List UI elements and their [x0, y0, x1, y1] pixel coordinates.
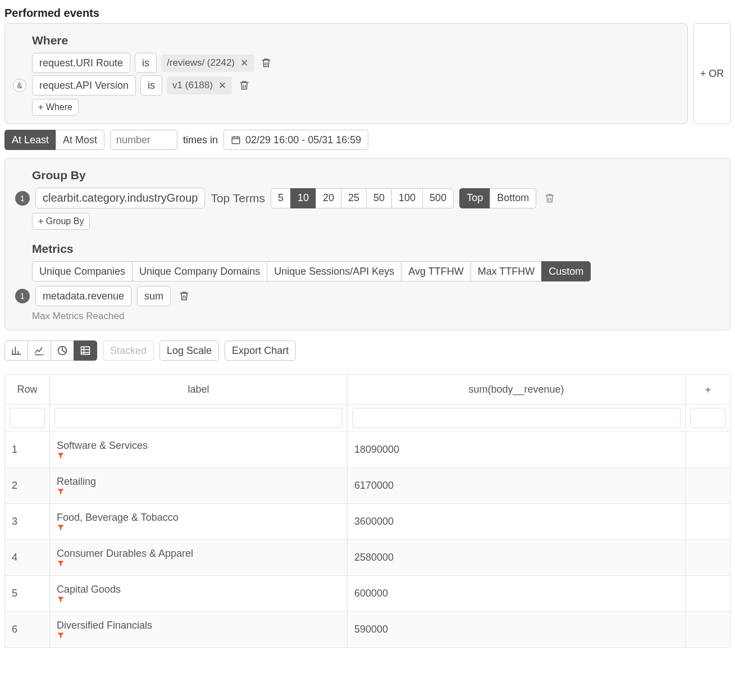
trash-icon[interactable]: [236, 78, 252, 93]
svg-rect-0: [232, 137, 240, 144]
metric-field[interactable]: metadata.revenue: [35, 286, 131, 306]
row-label[interactable]: Software & Services: [50, 432, 348, 468]
metric-option-button[interactable]: Unique Companies: [32, 261, 133, 281]
col-label[interactable]: label: [50, 375, 348, 404]
top-bottom-toggle: Top Bottom: [459, 188, 536, 208]
top-button[interactable]: Top: [459, 188, 490, 208]
table-row: 6Diversified Financials 590000: [5, 612, 731, 648]
filter-icon[interactable]: [57, 596, 340, 603]
and-badge[interactable]: &: [13, 79, 26, 92]
add-where-button[interactable]: + Where: [32, 99, 79, 116]
row-value: 590000: [348, 612, 686, 648]
where-chip-label-0: /reviews/ (2242): [167, 57, 235, 69]
size-50-button[interactable]: 50: [366, 188, 392, 208]
row-value: 18090000: [348, 432, 686, 468]
where-field-0[interactable]: request.URI Route: [32, 53, 130, 73]
date-range-text: 02/29 16:00 - 05/31 16:59: [245, 134, 361, 146]
bar-chart-icon[interactable]: [4, 340, 28, 361]
row-value: 6170000: [348, 468, 686, 504]
row-value: 2580000: [348, 540, 686, 576]
filter-icon[interactable]: [57, 631, 340, 639]
metric-option-button[interactable]: Max TTFHW: [471, 261, 542, 281]
row-label[interactable]: Diversified Financials: [50, 612, 348, 648]
filter-extra-input[interactable]: [690, 408, 725, 428]
metrics-heading: Metrics: [32, 242, 720, 256]
where-row-1: request.API Version is v1 (6188) ✕: [32, 75, 677, 96]
col-row[interactable]: Row: [5, 375, 50, 404]
results-table: Row label sum(body__revenue) ＋ 1Software…: [4, 374, 731, 648]
add-column-button[interactable]: ＋: [686, 375, 731, 404]
filter-value-input[interactable]: [352, 408, 681, 428]
metrics-note: Max Metrics Reached: [32, 311, 720, 322]
where-chip-1[interactable]: v1 (6188) ✕: [167, 77, 232, 94]
row-value: 3600000: [348, 504, 686, 540]
metric-index-badge: 1: [15, 289, 30, 303]
where-op-1[interactable]: is: [140, 75, 162, 96]
table-row: 4Consumer Durables & Apparel 2580000: [5, 540, 731, 576]
filter-icon[interactable]: [57, 488, 340, 496]
table-row: 2Retailing 6170000: [5, 468, 731, 504]
trash-icon[interactable]: [542, 190, 558, 206]
row-number: 4: [5, 540, 50, 576]
size-25-button[interactable]: 25: [341, 188, 367, 208]
page-title: Performed events: [4, 7, 731, 20]
size-500-button[interactable]: 500: [422, 188, 454, 208]
top-terms-label: Top Terms: [211, 192, 264, 205]
trash-icon[interactable]: [176, 288, 192, 304]
at-least-button[interactable]: At Least: [4, 130, 56, 150]
row-extra: [686, 432, 731, 468]
filter-label-input[interactable]: [54, 408, 343, 428]
row-label[interactable]: Consumer Durables & Apparel: [50, 540, 348, 576]
row-label[interactable]: Food, Beverage & Tobacco: [50, 504, 348, 540]
close-icon[interactable]: ✕: [240, 57, 248, 69]
size-20-button[interactable]: 20: [316, 188, 341, 208]
add-or-button[interactable]: + OR: [693, 23, 731, 124]
row-extra: [686, 504, 731, 540]
filter-icon[interactable]: [57, 560, 340, 567]
calendar-icon: [231, 135, 241, 145]
where-op-0[interactable]: is: [135, 53, 157, 73]
date-range-button[interactable]: 02/29 16:00 - 05/31 16:59: [223, 130, 368, 150]
at-most-button[interactable]: At Most: [56, 130, 104, 150]
bottom-button[interactable]: Bottom: [490, 188, 536, 208]
add-groupby-button[interactable]: + Group By: [32, 213, 90, 230]
groupby-field[interactable]: clearbit.category.industryGroup: [35, 188, 205, 208]
col-value[interactable]: sum(body__revenue): [348, 375, 686, 404]
table-row: 3Food, Beverage & Tobacco 3600000: [5, 504, 731, 540]
size-5-button[interactable]: 5: [271, 188, 291, 208]
table-row: 1Software & Services 18090000: [5, 432, 731, 468]
size-toggle: 510202550100500: [271, 188, 454, 208]
where-chip-0[interactable]: /reviews/ (2242) ✕: [161, 54, 254, 72]
filter-row-input[interactable]: [10, 408, 45, 428]
metric-option-button[interactable]: Custom: [541, 261, 591, 281]
close-icon[interactable]: ✕: [218, 80, 226, 92]
where-panel: Where request.URI Route is /reviews/ (22…: [4, 23, 688, 124]
export-chart-button[interactable]: Export Chart: [225, 340, 296, 361]
row-label[interactable]: Retailing: [50, 468, 348, 504]
metric-agg[interactable]: sum: [137, 286, 171, 306]
where-field-1[interactable]: request.API Version: [32, 75, 136, 96]
row-extra: [686, 540, 731, 576]
freq-count-input[interactable]: [110, 130, 177, 150]
row-value: 600000: [348, 576, 686, 612]
filter-icon[interactable]: [57, 524, 340, 531]
stacked-button: Stacked: [103, 340, 154, 361]
table-row: 5Capital Goods 600000: [5, 576, 731, 612]
line-chart-icon[interactable]: [28, 340, 51, 361]
size-100-button[interactable]: 100: [391, 188, 423, 208]
metric-option-button[interactable]: Avg TTFHW: [401, 261, 471, 281]
row-label[interactable]: Capital Goods: [50, 576, 348, 612]
filter-icon[interactable]: [57, 452, 340, 460]
metric-option-button[interactable]: Unique Sessions/API Keys: [267, 261, 401, 281]
metric-option-button[interactable]: Unique Company Domains: [132, 261, 267, 281]
trash-icon[interactable]: [258, 55, 274, 71]
metric-toggle: Unique CompaniesUnique Company DomainsUn…: [32, 261, 591, 281]
groupby-heading: Group By: [32, 169, 720, 182]
chart-type-toggle: [4, 340, 97, 361]
where-row-0: request.URI Route is /reviews/ (2242) ✕: [32, 53, 677, 73]
size-10-button[interactable]: 10: [290, 188, 316, 208]
where-heading: Where: [32, 34, 677, 47]
pie-chart-icon[interactable]: [51, 340, 74, 361]
log-scale-button[interactable]: Log Scale: [159, 340, 219, 361]
table-view-icon[interactable]: [74, 340, 97, 361]
